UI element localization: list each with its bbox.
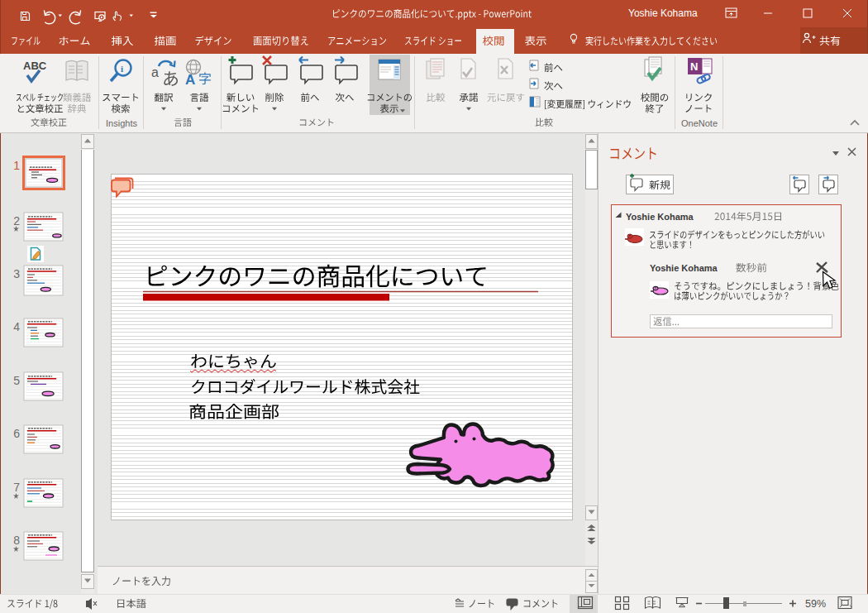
svg-text:A: A xyxy=(185,72,195,88)
svg-text:i: i xyxy=(121,64,123,74)
svg-text:a: a xyxy=(151,65,159,79)
svg-text:ABC: ABC xyxy=(23,60,47,72)
svg-text:N: N xyxy=(690,60,698,73)
